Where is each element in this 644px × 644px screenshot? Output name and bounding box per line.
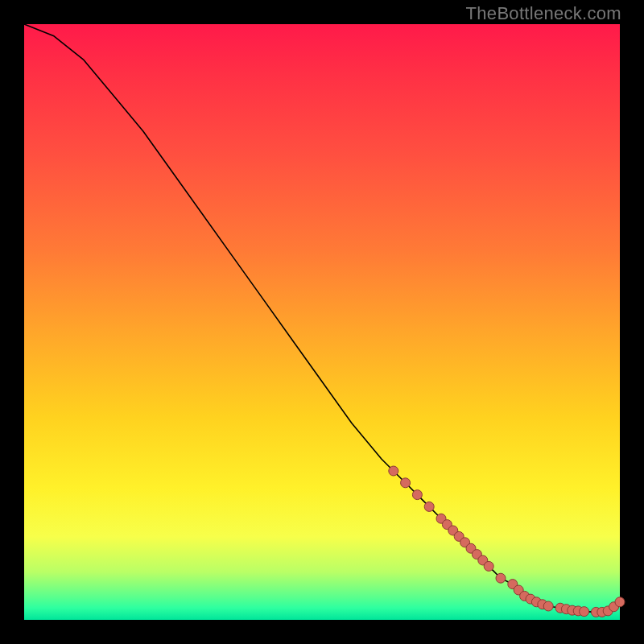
chart-svg: [24, 24, 620, 620]
data-marker: [615, 597, 625, 607]
data-marker: [580, 607, 589, 617]
data-marker: [389, 466, 398, 476]
data-marker: [484, 561, 493, 571]
data-marker: [543, 601, 553, 611]
data-marker: [401, 478, 411, 488]
data-marker: [424, 502, 434, 511]
marker-group: [389, 466, 625, 617]
data-marker: [412, 490, 422, 500]
chart-frame: TheBottleneck.com: [0, 0, 644, 644]
bottleneck-curve: [24, 24, 620, 612]
plot-area: [24, 24, 620, 620]
watermark-text: TheBottleneck.com: [466, 3, 621, 24]
data-marker: [496, 573, 506, 583]
